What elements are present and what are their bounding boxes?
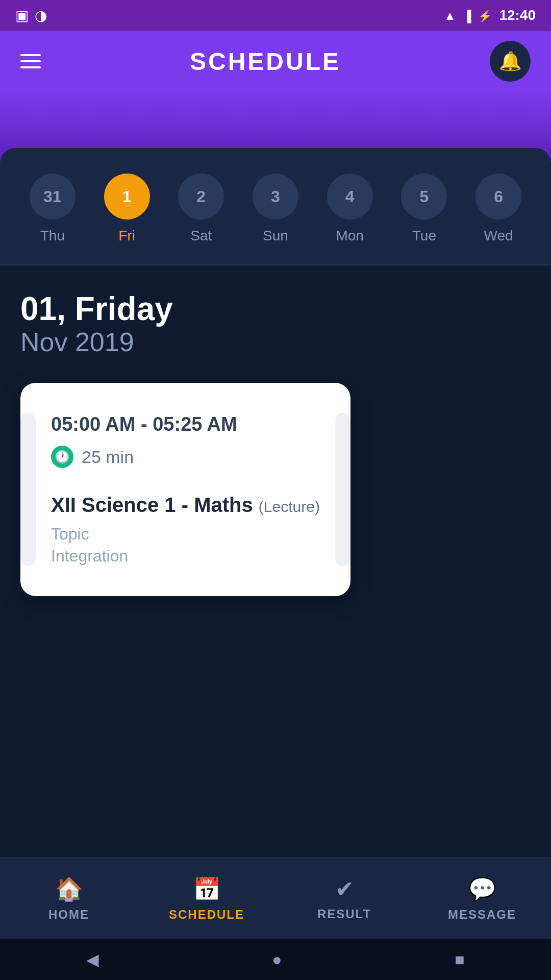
day-item-wed[interactable]: 6Wed: [475, 174, 521, 244]
day-number-2: 2: [178, 174, 224, 219]
nav-icon-home: 🏠: [55, 876, 83, 902]
android-nav-bar: ◀ ● ■: [0, 939, 551, 980]
cards-wrapper: 05:00 AM - 05:25 AM 🕐 25 min XII Science…: [20, 383, 531, 596]
card-topic-label: Topic: [51, 525, 320, 544]
prev-card-peek: [20, 413, 36, 566]
day-label-sun: Sun: [263, 228, 288, 244]
nav-icon-message: 💬: [468, 876, 496, 902]
main-content: 01, Friday Nov 2019 05:00 AM - 05:25 AM …: [0, 265, 551, 857]
home-button[interactable]: ●: [272, 950, 282, 969]
nav-label-result: RESULT: [317, 907, 371, 921]
day-label-wed: Wed: [484, 228, 513, 244]
signal-icon: [463, 7, 471, 23]
card-duration: 🕐 25 min: [51, 446, 320, 468]
day-label-mon: Mon: [336, 228, 363, 244]
nav-label-schedule: SCHEDULE: [169, 908, 244, 922]
day-label-sat: Sat: [190, 228, 212, 244]
nav-icon-schedule: 📅: [193, 876, 221, 902]
card-topic-value: Integration: [51, 547, 320, 566]
notification-button[interactable]: 🔔: [490, 41, 531, 82]
day-item-sun[interactable]: 3Sun: [253, 174, 298, 244]
duration-text: 25 min: [82, 447, 134, 467]
sync-icon: ◑: [35, 7, 47, 24]
days-row: 31Thu1Fri2Sat3Sun4Mon5Tue6Wed: [15, 174, 536, 244]
clock-icon: 🕐: [51, 446, 73, 468]
calendar-strip: 31Thu1Fri2Sat3Sun4Mon5Tue6Wed: [0, 148, 551, 264]
nav-item-result[interactable]: ✔RESULT: [276, 876, 413, 921]
menu-button[interactable]: [20, 54, 41, 68]
app-header: SCHEDULE 🔔: [0, 31, 551, 92]
selected-date-month: Nov 2019: [20, 327, 531, 357]
sim-icon: ▣: [15, 7, 29, 24]
status-bar: ▣ ◑ 12:40: [0, 0, 551, 31]
schedule-card[interactable]: 05:00 AM - 05:25 AM 🕐 25 min XII Science…: [20, 383, 350, 596]
wifi-icon: [444, 7, 456, 23]
card-time: 05:00 AM - 05:25 AM: [51, 413, 320, 435]
status-right-icons: 12:40: [444, 7, 536, 23]
day-number-6: 6: [475, 174, 521, 219]
card-subject: XII Science 1 - Maths (Lecture): [51, 494, 320, 517]
next-card-peek: [335, 413, 350, 566]
card-subject-type: (Lecture): [259, 498, 320, 515]
day-item-sat[interactable]: 2Sat: [178, 174, 224, 244]
day-label-tue: Tue: [412, 228, 436, 244]
day-number-4: 4: [327, 174, 373, 219]
nav-label-home: HOME: [48, 908, 89, 922]
day-number-31: 31: [30, 174, 76, 219]
back-button[interactable]: ◀: [86, 950, 99, 969]
day-item-tue[interactable]: 5Tue: [401, 174, 447, 244]
day-number-3: 3: [253, 174, 298, 219]
nav-item-message[interactable]: 💬MESSAGE: [413, 876, 551, 922]
nav-icon-result: ✔: [335, 876, 354, 902]
bell-icon: 🔔: [499, 51, 522, 72]
status-left-icons: ▣ ◑: [15, 7, 47, 24]
day-number-1: 1: [104, 174, 150, 219]
nav-label-message: MESSAGE: [448, 908, 516, 922]
bottom-nav: 🏠HOME📅SCHEDULE✔RESULT💬MESSAGE: [0, 857, 551, 939]
clock: 12:40: [499, 7, 536, 23]
day-label-fri: Fri: [118, 228, 135, 244]
day-item-fri[interactable]: 1Fri: [104, 174, 150, 244]
selected-date-day: 01, Friday: [20, 291, 531, 327]
battery-icon: [478, 7, 492, 23]
page-title: SCHEDULE: [190, 47, 341, 76]
recents-button[interactable]: ■: [455, 950, 464, 969]
nav-item-home[interactable]: 🏠HOME: [0, 876, 138, 922]
day-label-thu: Thu: [40, 228, 65, 244]
nav-item-schedule[interactable]: 📅SCHEDULE: [138, 876, 276, 922]
day-item-thu[interactable]: 31Thu: [30, 174, 76, 244]
day-number-5: 5: [401, 174, 447, 219]
day-item-mon[interactable]: 4Mon: [327, 174, 373, 244]
